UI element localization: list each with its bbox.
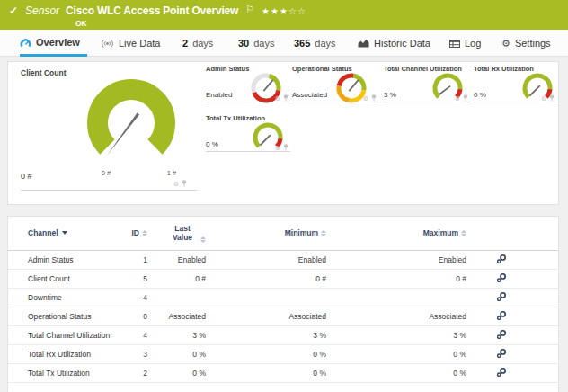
maximum-value: 0 % [330,363,470,382]
tile-value: 3 % [384,91,396,99]
column-header-last-value[interactable]: Last Value [151,217,209,250]
signal-icon [101,39,114,49]
channel-settings-icon[interactable] [496,329,507,340]
table-row: Operational Status 0 Associated Associat… [8,307,558,325]
tile-title: Total Channel Utilization [384,65,462,73]
client-count-gauge[interactable] [86,78,176,168]
pin-icon[interactable] [283,144,288,151]
log-table-icon [449,40,460,48]
gauge-needle [261,135,271,145]
channel-name[interactable]: Client Count [8,269,127,288]
tab-log[interactable]: Log [449,30,481,57]
table-header-row: Channel ID Last Value Minimum Maximum [8,217,558,250]
pin-icon[interactable] [463,94,468,102]
channel-table: Channel ID Last Value Minimum Maximum Ad… [8,217,558,383]
channel-name[interactable]: Operational Status [8,307,127,325]
minimum-value: 0 # [209,269,330,288]
tab-unit: days [192,38,213,49]
sort-icon [142,230,147,236]
column-header-minimum[interactable]: Minimum [209,217,330,250]
minimum-value: Enabled [209,250,330,269]
channel-settings-icon[interactable] [496,367,507,378]
channel-gear-icon[interactable]: ⚙ [541,95,546,102]
tab-number: 2 [182,38,188,49]
channel-settings-icon[interactable] [496,310,507,321]
pin-icon[interactable] [549,94,555,102]
channel-gear-icon[interactable]: ⚙ [173,181,179,187]
table-row: Total Channel Utilization 4 3 % 3 % 3 % [8,325,558,344]
channel-settings-icon[interactable] [496,348,507,359]
last-value: Associated [151,307,209,325]
chevron-down-icon [62,231,67,235]
tile-value: Associated [292,91,327,99]
tile-value: Enabled [206,91,232,99]
tab-unit: days [315,38,335,49]
last-value: Enabled [151,250,209,269]
prtg-sensor-page: ✓ Sensor Cisco WLC Access Point Overview… [0,0,568,392]
channel-name[interactable]: Total Channel Utilization [8,325,127,344]
channel-name[interactable]: Admin Status [8,250,127,269]
gauge-tile-total-rx-utilization[interactable]: Total Rx Utilization 0 % ⚙ [474,65,556,108]
channel-name[interactable]: Total Rx Utilization [8,344,127,363]
pin-icon[interactable] [371,94,377,102]
last-value: 3 % [151,325,209,344]
gauge-needle [263,80,272,91]
minimum-value [209,288,330,307]
tab-365-days[interactable]: 365days [294,30,336,57]
tab-2-days[interactable]: 2days [182,30,213,57]
gear-icon: ⚙ [501,39,510,49]
gauge-tile-total-channel-utilization[interactable]: Total Channel Utilization 3 % ⚙ [384,65,470,108]
channel-gear-icon[interactable]: ⚙ [455,95,460,102]
column-header-id[interactable]: ID [127,217,151,250]
channel-settings-icon[interactable] [496,272,507,283]
channel-gear-icon[interactable]: ⚙ [363,95,368,102]
pin-icon[interactable] [283,94,288,102]
tab-label: Historic Data [374,38,430,49]
tile-title: Operational Status [292,65,352,73]
channel-id: 1 [127,250,151,269]
tab-live-data[interactable]: Live Data [101,30,160,57]
sensor-header: ✓ Sensor Cisco WLC Access Point Overview… [0,0,568,30]
maximum-value: 3 % [330,325,470,344]
object-kind-label: Sensor [25,4,59,17]
channel-settings-icon[interactable] [496,291,507,302]
flag-icon[interactable]: ⚐ [245,4,254,15]
status-check-icon: ✓ [9,4,18,17]
pin-icon[interactable] [182,180,187,187]
gauge-tile-admin-status[interactable]: Admin Status Enabled ⚙ [206,65,290,108]
tab-settings[interactable]: ⚙ Settings [501,30,551,57]
tile-title: Total Tx Utilization [206,114,265,122]
channel-id: -4 [127,288,151,307]
channel-name[interactable]: Total Tx Utilization [8,363,127,382]
status-badge: OK [75,19,87,28]
column-label: Channel [28,228,58,237]
gauge-needle [107,113,139,156]
maximum-value [330,288,470,307]
table-row: Client Count 5 0 # 0 # 0 # [8,269,558,288]
channel-gear-icon[interactable]: ⚙ [275,145,280,151]
tab-30-days[interactable]: 30days [238,30,275,57]
stars-filled: ★★★ [262,6,288,16]
tab-historic-data[interactable]: Historic Data [358,30,430,57]
channel-name[interactable]: Downtime [8,288,127,307]
priority-stars[interactable]: ★★★☆☆ [262,6,306,16]
column-header-channel[interactable]: Channel [8,217,127,250]
page-title: Cisco WLC Access Point Overview [66,4,238,17]
gauge-tile-total-tx-utilization[interactable]: Total Tx Utilization 0 % ⚙ [206,114,290,157]
minimum-value: Associated [209,307,330,325]
channel-gear-icon[interactable]: ⚙ [275,95,280,102]
channel-id: 5 [127,269,151,288]
tab-overview[interactable]: Overview [20,30,87,57]
column-label: Maximum [423,228,458,237]
last-value: 0 % [151,344,209,363]
gauge-tile-operational-status[interactable]: Operational Status Associated ⚙ [292,65,378,108]
maximum-value: 0 # [330,269,470,288]
tab-bar: Overview Live Data 2days 30days 365days [0,30,568,57]
area-chart-icon [358,39,369,48]
channel-table-panel: Channel ID Last Value Minimum Maximum Ad… [7,216,559,392]
tab-unit: days [253,38,274,49]
last-value [151,288,209,307]
minimum-value: 0 % [209,344,330,363]
channel-settings-icon[interactable] [496,254,507,264]
column-header-maximum[interactable]: Maximum [330,217,470,250]
